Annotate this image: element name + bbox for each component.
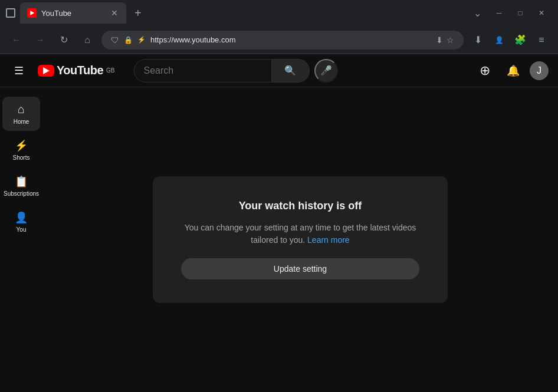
menu-button[interactable]: ☰	[9, 60, 28, 82]
home-icon: ⌂	[84, 35, 90, 45]
url-actions: ⬇ ☆	[436, 35, 454, 45]
avatar-letter: J	[537, 65, 541, 76]
shorts-icon: ⚡	[15, 139, 28, 152]
header-actions: ⊕ 🔔 J	[473, 59, 549, 83]
refresh-icon: ↻	[60, 34, 68, 45]
notifications-button[interactable]: 🔔	[501, 59, 525, 83]
refresh-button[interactable]: ↻	[54, 31, 73, 50]
profile-button[interactable]: 👤	[490, 31, 508, 50]
browser-menu-icon: ≡	[539, 35, 544, 45]
youtube-logo-badge: GB	[106, 67, 114, 74]
tab-title: YouTube	[41, 9, 105, 18]
search-input-wrapper[interactable]	[134, 59, 272, 83]
search-input[interactable]	[144, 65, 262, 76]
subscriptions-icon: 📋	[15, 175, 28, 188]
sidebar-label-you: You	[17, 226, 27, 233]
forward-button[interactable]: →	[31, 31, 50, 50]
create-button[interactable]: ⊕	[473, 59, 497, 83]
tab-favicon	[27, 8, 37, 18]
forward-icon: →	[35, 35, 45, 45]
history-description: You can change your setting at any time …	[181, 222, 419, 246]
you-icon: 👤	[15, 211, 28, 224]
new-tab-button[interactable]: +	[130, 4, 146, 22]
sidebar-item-shorts[interactable]: ⚡ Shorts	[2, 133, 40, 167]
profile-icon: 👤	[495, 36, 504, 44]
sidebar-item-home[interactable]: ⌂ Home	[2, 97, 40, 131]
search-icon: 🔍	[284, 65, 296, 76]
mic-icon: 🎤	[320, 65, 332, 76]
bell-icon: 🔔	[507, 64, 520, 77]
nav-bar: ← → ↻ ⌂ 🛡 🔒 ⚡ https://www.youtube.com ⬇ …	[0, 26, 558, 54]
history-desc-text: You can change your setting at any time …	[185, 223, 416, 245]
downloads-button[interactable]: ⬇	[468, 31, 487, 50]
browser-menu-button[interactable]: ≡	[532, 31, 551, 50]
back-icon: ←	[12, 35, 21, 45]
tab-bar: YouTube ✕ + ⌄ ─ □ ✕	[0, 0, 558, 26]
watch-history-card: Your watch history is off You can change…	[153, 176, 448, 303]
home-button[interactable]: ⌂	[78, 31, 97, 50]
back-button[interactable]: ←	[7, 31, 26, 50]
sidebar-label-subscriptions: Subscriptions	[4, 190, 39, 197]
create-icon: ⊕	[480, 63, 490, 78]
tracking-icon: ⚡	[137, 36, 146, 44]
window-controls: ─ □ ✕	[490, 4, 553, 22]
extensions-icon: 🧩	[514, 34, 526, 45]
youtube-logo-icon	[38, 65, 54, 77]
url-bar[interactable]: 🛡 🔒 ⚡ https://www.youtube.com ⬇ ☆	[101, 31, 464, 50]
home-sidebar-icon: ⌂	[18, 103, 25, 116]
hamburger-icon: ☰	[14, 65, 24, 77]
bookmark-icon[interactable]: ☆	[447, 35, 454, 45]
youtube-logo[interactable]: YouTubeGB	[38, 64, 115, 77]
downloads-icon: ⬇	[474, 34, 482, 45]
youtube-app: ☰ YouTubeGB 🔍 🎤 ⊕ 🔔 J	[0, 54, 558, 392]
youtube-content: Your watch history is off You can change…	[42, 87, 558, 392]
sidebar-item-you[interactable]: 👤 You	[2, 205, 40, 239]
voice-search-button[interactable]: 🎤	[314, 59, 338, 83]
sidebar-label-shorts: Shorts	[13, 154, 30, 161]
close-button[interactable]: ✕	[532, 4, 551, 22]
youtube-logo-text: YouTube	[57, 64, 103, 77]
tab-grid-icon[interactable]	[5, 7, 17, 19]
minimize-button[interactable]: ─	[490, 4, 508, 22]
url-text: https://www.youtube.com	[150, 35, 431, 44]
extensions-button[interactable]: 🧩	[511, 31, 530, 50]
youtube-header: ☰ YouTubeGB 🔍 🎤 ⊕ 🔔 J	[0, 54, 558, 87]
shield-icon: 🛡	[111, 35, 119, 45]
nav-right-icons: ⬇ 👤 🧩 ≡	[468, 31, 551, 50]
tab-close-button[interactable]: ✕	[110, 7, 119, 19]
sidebar-item-subscriptions[interactable]: 📋 Subscriptions	[2, 169, 40, 203]
update-setting-button[interactable]: Update setting	[181, 258, 419, 279]
history-title: Your watch history is off	[239, 200, 362, 212]
maximize-button[interactable]: □	[511, 4, 530, 22]
active-tab[interactable]: YouTube ✕	[20, 2, 126, 24]
youtube-sidebar: ⌂ Home ⚡ Shorts 📋 Subscriptions 👤 You	[0, 87, 42, 392]
lock-icon: 🔒	[124, 36, 133, 44]
sidebar-label-home: Home	[14, 118, 29, 125]
learn-more-link[interactable]: Learn more	[307, 235, 350, 245]
search-container: 🔍 🎤	[134, 59, 338, 83]
account-button[interactable]: J	[530, 61, 549, 80]
tab-list-button[interactable]: ⌄	[469, 5, 486, 21]
youtube-main: ⌂ Home ⚡ Shorts 📋 Subscriptions 👤 You Yo…	[0, 87, 558, 392]
search-button[interactable]: 🔍	[272, 59, 310, 83]
browser-chrome: YouTube ✕ + ⌄ ─ □ ✕ ← → ↻ ⌂ 🛡 🔒 ⚡ https:…	[0, 0, 558, 54]
tab-before-controls	[5, 7, 17, 19]
download-icon[interactable]: ⬇	[436, 35, 443, 45]
